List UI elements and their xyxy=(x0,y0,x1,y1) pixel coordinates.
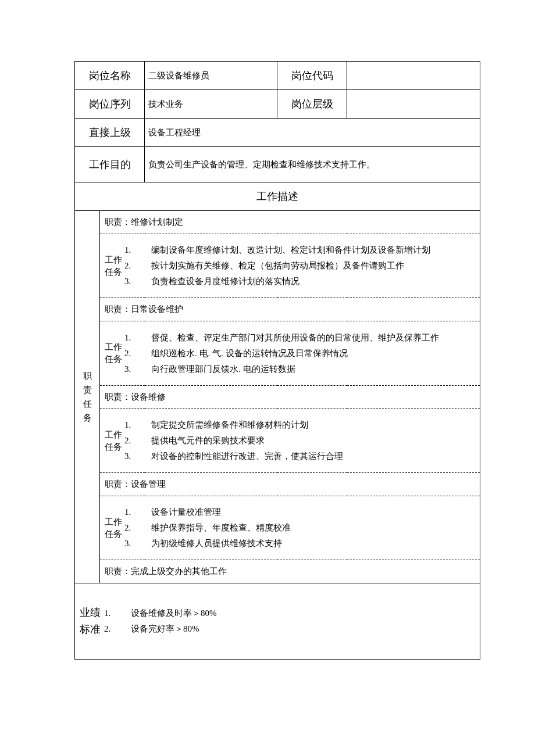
superior-label: 直接上级 xyxy=(75,119,145,147)
task-label: 工作任务 xyxy=(105,516,124,540)
row-purpose: 工作目的 负责公司生产设备的管理、定期检查和维修技术支持工作。 xyxy=(75,147,480,182)
duty-task-row: 工作任务 1.设备计量校准管理 2.维护保养指导、年度检查、精度校准 3.为初级… xyxy=(75,496,480,560)
series-value: 技术业务 xyxy=(145,90,277,119)
row-performance: 业绩标准 1.设备维修及时率＞80% 2.设备完好率＞80% xyxy=(75,583,480,660)
duty-title-row: 职责：设备维修 xyxy=(75,386,480,409)
job-spec-table: 岗位名称 二级设备维修员 岗位代码 岗位序列 技术业务 岗位层级 直接上级 设备… xyxy=(74,61,480,660)
purpose-value: 负责公司生产设备的管理、定期检查和维修技术支持工作。 xyxy=(145,147,480,182)
duty-title-row: 职责：设备管理 xyxy=(75,473,480,496)
superior-value: 设备工程经理 xyxy=(145,119,480,147)
task-label: 工作任务 xyxy=(105,341,124,366)
task-list: 1.设备计量校准管理 2.维护保养指导、年度检查、精度校准 3.为初级维修人员提… xyxy=(124,496,291,560)
code-value xyxy=(347,62,480,90)
code-label: 岗位代码 xyxy=(277,62,347,90)
duty-title: 职责：完成上级交办的其他工作 xyxy=(100,560,480,583)
duty-task-row: 工作任务 1.制定提交所需维修备件和维修材料的计划 2.提供电气元件的采购技术要… xyxy=(75,409,480,473)
name-label: 岗位名称 xyxy=(75,62,145,90)
perf-side-label: 业绩标准 xyxy=(80,604,104,638)
row-series: 岗位序列 技术业务 岗位层级 xyxy=(75,90,480,119)
duty-title-row: 职责：日常设备维护 xyxy=(75,298,480,321)
row-name: 岗位名称 二级设备维修员 岗位代码 xyxy=(75,62,480,90)
duty-title-row: 职责：完成上级交办的其他工作 xyxy=(75,560,480,583)
row-desc-title: 工作描述 xyxy=(75,182,480,211)
duty-task-row: 工作任务 1.督促、检查、评定生产部门对其所使用设备的的日常使用、维护及保养工作… xyxy=(75,321,480,386)
name-value: 二级设备维修员 xyxy=(145,62,277,90)
duty-title: 职责：日常设备维护 xyxy=(100,298,480,321)
duty-title: 职责：设备管理 xyxy=(100,473,480,496)
duty-title-row: 职责任务 职责：维修计划制定 xyxy=(75,211,480,234)
duty-task-row: 工作任务 1.编制设备年度维修计划、改造计划、检定计划和备件计划及设备新增计划 … xyxy=(75,234,480,298)
duty-title: 职责：维修计划制定 xyxy=(100,211,480,234)
task-list: 1.制定提交所需维修备件和维修材料的计划 2.提供电气元件的采购技术要求 3.对… xyxy=(124,409,343,472)
row-superior: 直接上级 设备工程经理 xyxy=(75,119,480,147)
level-value xyxy=(347,90,480,119)
level-label: 岗位层级 xyxy=(277,90,347,119)
task-list: 1.编制设备年度维修计划、改造计划、检定计划和备件计划及设备新增计划 2.按计划… xyxy=(124,234,430,298)
perf-list: 1.设备维修及时率＞80% 2.设备完好率＞80% xyxy=(104,605,217,637)
task-label: 工作任务 xyxy=(105,429,124,453)
desc-title: 工作描述 xyxy=(75,182,480,211)
task-label: 工作任务 xyxy=(105,254,124,278)
duty-title: 职责：设备维修 xyxy=(100,386,480,409)
task-list: 1.督促、检查、评定生产部门对其所使用设备的的日常使用、维护及保养工作 2.组织… xyxy=(124,322,439,385)
purpose-label: 工作目的 xyxy=(75,147,145,182)
series-label: 岗位序列 xyxy=(75,90,145,119)
duties-side-label: 职责任务 xyxy=(75,211,100,583)
